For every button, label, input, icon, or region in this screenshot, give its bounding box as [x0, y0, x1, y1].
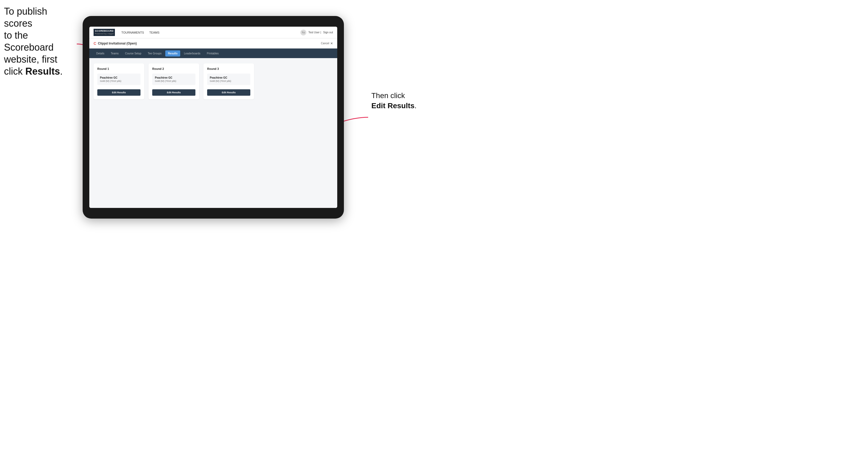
round-3-course-card: Peachtree GC Gold (M) (7010 yds) [207, 73, 250, 85]
tournament-bar: C Clippd Invitational (Open) Cancel ✕ [89, 38, 337, 49]
tablet-device: SCOREBOARD Powered by clippd TOURNAMENTS… [83, 16, 344, 219]
main-content: Round 1 Peachtree GC Gold (M) (7010 yds)… [89, 58, 337, 208]
tournament-name: Clippd Invitational (Open) [98, 41, 321, 45]
round-2-edit-results-button[interactable]: Edit Results [152, 89, 195, 96]
round-3-course-name: Peachtree GC [210, 76, 248, 79]
nav-links: TOURNAMENTS TEAMS [121, 30, 300, 35]
round-1-edit-results-button[interactable]: Edit Results [97, 89, 141, 96]
round-2-course-card: Peachtree GC Gold (M) (7010 yds) [152, 73, 195, 85]
nav-tournaments[interactable]: TOURNAMENTS [121, 30, 144, 35]
round-2-card: Round 2 Peachtree GC Gold (M) (7010 yds)… [149, 63, 199, 99]
rounds-container: Round 1 Peachtree GC Gold (M) (7010 yds)… [94, 63, 333, 99]
round-2-course-details: Gold (M) (7010 yds) [155, 80, 193, 82]
tablet-screen: SCOREBOARD Powered by clippd TOURNAMENTS… [89, 27, 337, 208]
tab-details[interactable]: Details [94, 51, 107, 57]
scoreboard-logo: SCOREBOARD Powered by clippd [94, 29, 115, 36]
instruction-left: To publish scores to the Scoreboard webs… [4, 5, 76, 77]
round-1-course-details: Gold (M) (7010 yds) [100, 80, 138, 82]
instruction-right: Then click Edit Results. [371, 91, 430, 111]
round-1-course-name: Peachtree GC [100, 76, 138, 79]
tab-printables[interactable]: Printables [204, 51, 221, 57]
round-1-course-card: Peachtree GC Gold (M) (7010 yds) [97, 73, 141, 85]
nav-user-label: Test User | [308, 31, 321, 34]
close-icon: ✕ [330, 41, 333, 45]
sign-out-link[interactable]: Sign out [323, 31, 333, 34]
tournament-icon: C [94, 41, 96, 45]
tab-results[interactable]: Results [165, 51, 180, 57]
logo-area: SCOREBOARD Powered by clippd [94, 29, 115, 36]
instruction-line1: To publish scores [4, 6, 47, 29]
tab-course-setup[interactable]: Course Setup [122, 51, 144, 57]
user-avatar: TU [301, 30, 306, 35]
tab-bar: Details Teams Course Setup Tee Groups Re… [89, 49, 337, 58]
instruction-line4: click Results. [4, 66, 63, 77]
instruction-right-bold: Edit Results [371, 101, 414, 110]
round-3-title: Round 3 [207, 67, 250, 70]
round-2-title: Round 2 [152, 67, 195, 70]
round-2-course-name: Peachtree GC [155, 76, 193, 79]
tab-teams[interactable]: Teams [108, 51, 121, 57]
round-3-edit-results-button[interactable]: Edit Results [207, 89, 250, 96]
top-nav: SCOREBOARD Powered by clippd TOURNAMENTS… [89, 27, 337, 38]
tab-tee-groups[interactable]: Tee Groups [145, 51, 164, 57]
round-1-title: Round 1 [97, 67, 141, 70]
round-1-card: Round 1 Peachtree GC Gold (M) (7010 yds)… [94, 63, 144, 99]
round-3-course-details: Gold (M) (7010 yds) [210, 80, 248, 82]
instruction-line2: to the Scoreboard [4, 30, 54, 53]
cancel-button[interactable]: Cancel ✕ [321, 41, 333, 45]
instruction-right-line1: Then click [371, 91, 405, 100]
round-3-card: Round 3 Peachtree GC Gold (M) (7010 yds)… [204, 63, 254, 99]
nav-right: TU Test User | Sign out [301, 30, 333, 35]
tab-leaderboards[interactable]: Leaderboards [181, 51, 203, 57]
instruction-line3: website, first [4, 54, 57, 65]
nav-teams[interactable]: TEAMS [149, 30, 159, 35]
